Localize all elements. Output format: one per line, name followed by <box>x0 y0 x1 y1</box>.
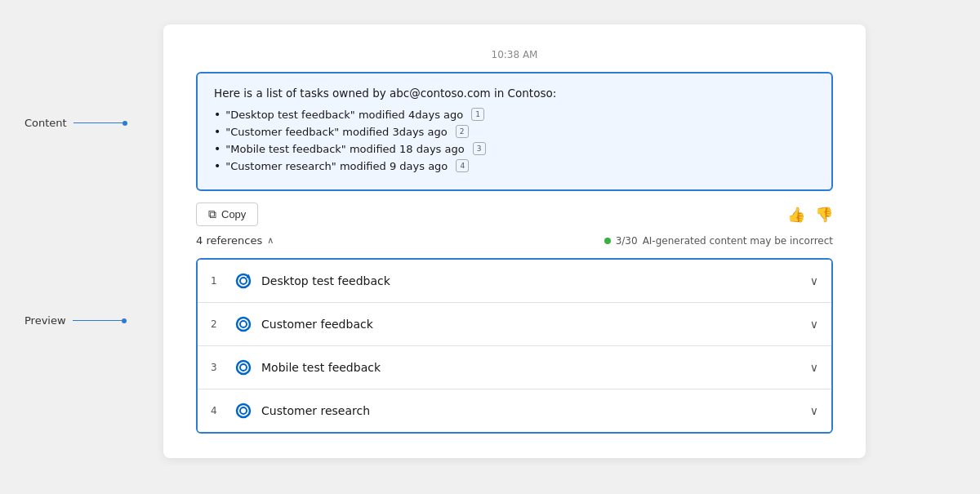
ref-title-2: Customer feedback <box>261 318 810 331</box>
task-text-1: "Desktop test feedback" modified 4days a… <box>225 109 463 121</box>
content-line <box>74 122 122 123</box>
ref-chevron-4: ∨ <box>810 404 818 417</box>
ref-badge-4: 4 <box>456 159 469 172</box>
ref-badge-1: 1 <box>471 108 484 121</box>
loop-icon-3 <box>234 358 253 377</box>
content-label-group: Content <box>24 117 127 129</box>
svg-point-2 <box>237 318 250 331</box>
ref-item-2[interactable]: 2 Customer feedback ∨ <box>198 303 831 346</box>
svg-point-4 <box>237 361 250 374</box>
loop-icon-4 <box>234 401 253 421</box>
task-text-2: "Customer feedback" modified 3days ago <box>225 126 447 138</box>
list-item: "Desktop test feedback" modified 4days a… <box>214 108 815 121</box>
ref-title-3: Mobile test feedback <box>261 361 810 374</box>
ref-item-1[interactable]: 1 Desktop test feedback ∨ <box>198 260 831 303</box>
ref-number-3: 3 <box>211 362 225 373</box>
preview-line <box>73 320 122 321</box>
ref-item-3[interactable]: 3 Mobile test feedback ∨ <box>198 346 831 389</box>
svg-point-6 <box>237 404 250 417</box>
list-item: "Mobile test feedback" modified 18 days … <box>214 142 815 155</box>
svg-point-5 <box>240 364 247 371</box>
loop-icon-1 <box>234 271 253 291</box>
copy-button[interactable]: ⧉ Copy <box>196 202 258 226</box>
preview-label-group: Preview <box>24 314 127 327</box>
task-text-4: "Customer research" modified 9 days ago <box>225 160 448 172</box>
loop-icon-2 <box>234 314 253 334</box>
references-panel: 1 Desktop test feedback ∨ 2 Customer fee… <box>196 258 833 434</box>
ai-dot <box>604 238 611 244</box>
content-label: Content <box>24 117 67 129</box>
copy-icon: ⧉ <box>208 207 216 221</box>
copy-label: Copy <box>221 208 246 220</box>
preview-label: Preview <box>24 314 66 327</box>
ref-chevron-2: ∨ <box>810 318 818 331</box>
chevron-up-icon: ∧ <box>267 235 274 246</box>
svg-point-1 <box>240 278 247 284</box>
ai-notice-text: AI-generated content may be incorrect <box>643 235 833 247</box>
ai-count: 3/30 <box>616 235 638 247</box>
ref-title-1: Desktop test feedback <box>261 274 810 287</box>
ref-item-4[interactable]: 4 Customer research ∨ <box>198 389 831 432</box>
task-list: "Desktop test feedback" modified 4days a… <box>214 108 815 172</box>
ref-badge-3: 3 <box>473 142 486 155</box>
references-count: 4 references <box>196 234 262 247</box>
ref-chevron-1: ∨ <box>810 274 818 287</box>
content-dot <box>122 121 127 126</box>
ref-number-1: 1 <box>211 275 225 287</box>
ai-notice: 3/30 AI-generated content may be incorre… <box>604 235 833 247</box>
preview-connector <box>73 318 127 323</box>
svg-point-7 <box>240 407 247 414</box>
ref-title-4: Customer research <box>261 404 810 417</box>
references-row: 4 references ∧ 3/30 AI-generated content… <box>196 234 833 247</box>
ref-number-4: 4 <box>211 405 225 416</box>
task-text-3: "Mobile test feedback" modified 18 days … <box>225 143 464 155</box>
preview-dot <box>122 318 127 323</box>
content-connector <box>74 121 127 126</box>
page-container: Content Preview 10:38 AM Here is a list … <box>0 0 980 494</box>
thumbdown-icon[interactable]: 👎 <box>815 206 833 223</box>
list-item: "Customer research" modified 9 days ago … <box>214 159 815 172</box>
left-labels-area: Content Preview <box>24 0 122 494</box>
ref-chevron-3: ∨ <box>810 361 818 374</box>
feedback-icons: 👍 👎 <box>787 206 833 223</box>
ref-badge-2: 2 <box>456 125 469 138</box>
main-panel: 10:38 AM Here is a list of tasks owned b… <box>163 24 866 458</box>
ref-number-2: 2 <box>211 318 225 330</box>
message-box: Here is a list of tasks owned by abc@con… <box>196 72 833 191</box>
thumbup-icon[interactable]: 👍 <box>787 206 805 223</box>
references-toggle[interactable]: 4 references ∧ <box>196 234 274 247</box>
list-item: "Customer feedback" modified 3days ago 2 <box>214 125 815 138</box>
timestamp: 10:38 AM <box>196 49 833 60</box>
svg-point-3 <box>240 321 247 327</box>
action-row: ⧉ Copy 👍 👎 <box>196 202 833 226</box>
message-intro: Here is a list of tasks owned by abc@con… <box>214 87 815 100</box>
